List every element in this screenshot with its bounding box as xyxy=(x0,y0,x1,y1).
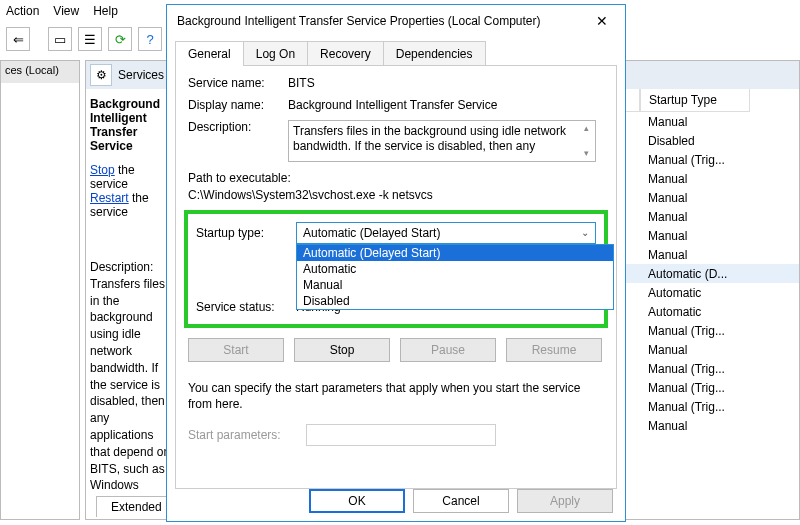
label-path: Path to executable: xyxy=(188,170,604,187)
resume-button[interactable]: Resume xyxy=(506,338,602,362)
cell-startup: Manual xyxy=(640,172,750,186)
close-button[interactable]: ✕ xyxy=(579,5,625,37)
startup-option[interactable]: Manual xyxy=(297,277,613,293)
cell-startup: Manual (Trig... xyxy=(640,153,750,167)
startup-type-selected: Automatic (Delayed Start) xyxy=(303,226,440,240)
apply-button[interactable]: Apply xyxy=(517,489,613,513)
cell-startup: Manual (Trig... xyxy=(640,400,750,414)
general-panel: Service name: BITS Display name: Backgro… xyxy=(175,65,617,489)
value-path: C:\Windows\System32\svchost.exe -k netsv… xyxy=(188,187,604,204)
link-stop-service[interactable]: Stop xyxy=(90,163,115,177)
gear-icon: ⚙ xyxy=(90,64,112,86)
cell-startup: Manual xyxy=(640,210,750,224)
description-box[interactable]: Transfers files in the background using … xyxy=(288,120,596,162)
cell-startup: Manual xyxy=(640,115,750,129)
nav-tree-item[interactable]: ces (Local) xyxy=(1,61,79,83)
service-name-heading: Background Intelligent Transfer Service xyxy=(90,97,174,153)
pause-button[interactable]: Pause xyxy=(400,338,496,362)
help-icon[interactable]: ? xyxy=(138,27,162,51)
startup-type-dropdown[interactable]: Automatic (Delayed Start)AutomaticManual… xyxy=(296,244,614,310)
cell-startup: Automatic xyxy=(640,305,750,319)
cell-startup: Manual xyxy=(640,229,750,243)
nav-back-icon[interactable]: ⇐ xyxy=(6,27,30,51)
description-scrollbar[interactable]: ▴▾ xyxy=(579,123,593,159)
start-parameters-hint: You can specify the start parameters tha… xyxy=(188,380,604,412)
refresh-table-icon[interactable]: ☰ xyxy=(78,27,102,51)
cell-startup: Manual xyxy=(640,343,750,357)
tab-dependencies[interactable]: Dependencies xyxy=(383,41,486,66)
dialog-tabs: General Log On Recovery Dependencies xyxy=(167,41,625,66)
stop-button[interactable]: Stop xyxy=(294,338,390,362)
start-parameters-input xyxy=(306,424,496,446)
menu-bar: Action View Help xyxy=(0,0,118,22)
label-display-name: Display name: xyxy=(188,98,288,112)
dialog-title: Background Intelligent Transfer Service … xyxy=(167,5,625,37)
label-service-name: Service name: xyxy=(188,76,288,90)
menu-action[interactable]: Action xyxy=(6,4,39,18)
label-startup-type: Startup type: xyxy=(196,226,296,240)
cell-startup: Automatic (D... xyxy=(640,267,750,281)
cancel-button[interactable]: Cancel xyxy=(413,489,509,513)
start-button[interactable]: Start xyxy=(188,338,284,362)
detail-left: Background Intelligent Transfer Service … xyxy=(86,89,178,492)
scroll-up-icon[interactable]: ▴ xyxy=(579,123,593,134)
cell-startup: Manual xyxy=(640,248,750,262)
menu-help[interactable]: Help xyxy=(93,4,118,18)
description-label: Description: xyxy=(90,259,174,276)
dialog-buttons: OK Cancel Apply xyxy=(309,489,613,513)
cell-startup: Automatic xyxy=(640,286,750,300)
service-control-buttons: Start Stop Pause Resume xyxy=(188,338,604,362)
detail-header-text: Services xyxy=(118,68,164,82)
tab-recovery[interactable]: Recovery xyxy=(307,41,384,66)
cell-startup: Manual xyxy=(640,191,750,205)
cell-startup: Disabled xyxy=(640,134,750,148)
description-value: Transfers files in the background using … xyxy=(293,124,566,153)
value-display-name: Background Intelligent Transfer Service xyxy=(288,98,604,112)
value-service-name: BITS xyxy=(288,76,604,90)
startup-option[interactable]: Disabled xyxy=(297,293,613,309)
chevron-down-icon: ⌄ xyxy=(581,227,589,238)
ok-button[interactable]: OK xyxy=(309,489,405,513)
scroll-down-icon[interactable]: ▾ xyxy=(579,148,593,159)
cell-startup: Manual (Trig... xyxy=(640,381,750,395)
label-start-parameters: Start parameters: xyxy=(188,428,296,442)
service-properties-dialog: Background Intelligent Transfer Service … xyxy=(166,4,626,522)
tab-general[interactable]: General xyxy=(175,41,244,66)
startup-option[interactable]: Automatic xyxy=(297,261,613,277)
link-restart-service[interactable]: Restart xyxy=(90,191,129,205)
description-text: Transfers files in the background using … xyxy=(90,276,174,492)
label-service-status: Service status: xyxy=(196,300,296,314)
refresh-icon[interactable]: ⟳ xyxy=(108,27,132,51)
startup-type-combo[interactable]: Automatic (Delayed Start) ⌄ Automatic (D… xyxy=(296,222,596,244)
startup-highlight: Startup type: Automatic (Delayed Start) … xyxy=(184,210,608,328)
cell-startup: Manual (Trig... xyxy=(640,362,750,376)
nav-tree: ces (Local) xyxy=(0,60,80,520)
label-description: Description: xyxy=(188,120,288,162)
tab-extended[interactable]: Extended xyxy=(96,496,177,517)
cell-startup: Manual (Trig... xyxy=(640,324,750,338)
startup-option[interactable]: Automatic (Delayed Start) xyxy=(297,245,613,261)
menu-view[interactable]: View xyxy=(53,4,79,18)
col-startup[interactable]: Startup Type xyxy=(640,89,750,112)
show-tree-icon[interactable]: ▭ xyxy=(48,27,72,51)
close-icon: ✕ xyxy=(596,13,608,29)
cell-startup: Manual xyxy=(640,419,750,433)
tab-logon[interactable]: Log On xyxy=(243,41,308,66)
